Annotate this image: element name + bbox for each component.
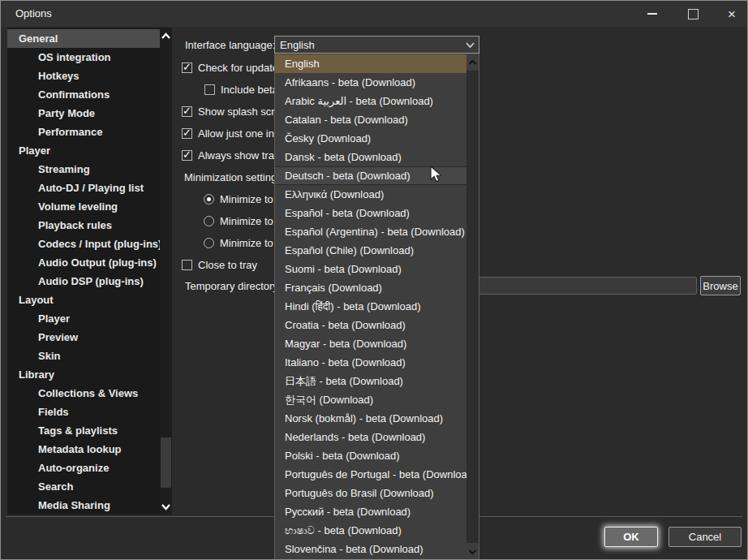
sidebar-item[interactable]: Search [7,477,160,496]
interface-language-combobox[interactable]: English [274,36,479,54]
sidebar-item[interactable]: OS integration [7,48,160,67]
sidebar-item[interactable]: Library [7,365,160,384]
chevron-down-icon[interactable] [462,38,477,51]
sidebar-item[interactable]: Tags & playlists [7,421,160,440]
titlebar: Options × [1,1,747,27]
scroll-up-icon[interactable] [160,28,172,44]
sidebar-item[interactable]: Party Mode [7,104,160,123]
mouse-cursor-icon [430,166,443,186]
language-option[interactable]: Česky (Download) [275,129,466,148]
option-label: Minimization settings [184,171,282,183]
language-option[interactable]: Suomi - beta (Download) [275,260,466,278]
minimize-button[interactable] [638,1,666,27]
language-option[interactable]: Magyar - beta (Download) [275,334,466,353]
sidebar-item[interactable]: Hotkeys [7,67,160,85]
language-option[interactable]: Português de Portugal - beta (Download) [275,465,466,484]
sidebar-item[interactable]: Layout [7,291,160,309]
sidebar-scrollbar[interactable] [160,28,172,515]
language-dropdown-list: EnglishAfrikaans - beta (Download)Arabic… [274,54,479,560]
sidebar-item[interactable]: Audio Output (plug-ins) [7,253,160,272]
language-option[interactable]: Afrikaans - beta (Download) [275,73,466,92]
sidebar-item[interactable]: General [7,29,160,48]
sidebar-item[interactable]: Codecs / Input (plug-ins) [7,235,160,253]
sidebar-item[interactable]: Fields [7,403,160,421]
checkbox-icon[interactable] [182,150,192,161]
option-label: Always show tray [198,149,279,162]
language-option[interactable]: Italiano - beta (Download) [275,353,466,372]
language-option[interactable]: Español (Argentina) - beta (Download) [275,222,466,241]
close-button[interactable]: × [718,1,746,27]
sidebar-item[interactable]: Preview [7,328,160,347]
maximize-icon [688,9,699,19]
close-icon: × [728,7,736,21]
dropdown-scroll-down-icon[interactable] [466,543,479,560]
language-option[interactable]: Español (Chile) (Download) [275,241,466,260]
checkbox-icon[interactable] [182,62,192,73]
ok-button[interactable]: OK [604,527,658,547]
sidebar-item[interactable]: Playback rules [7,216,160,235]
language-option[interactable]: 한국어 (Download) [275,390,466,409]
minimize-icon [647,13,657,15]
checkbox-icon[interactable] [182,128,192,139]
options-dialog: Options × GeneralOS integrationHotkeysCo… [0,0,748,560]
option-label: Include beta [221,84,278,96]
sidebar-item[interactable]: Confirmations [7,85,160,104]
options-category-tree: GeneralOS integrationHotkeysConfirmation… [7,28,172,515]
option-label: Close to tray [198,259,257,271]
checkbox-icon[interactable] [182,260,192,270]
sidebar-item[interactable]: Skin [7,347,160,365]
combobox-value: English [275,39,315,51]
language-option[interactable]: Español - beta (Download) [275,204,466,222]
sidebar-item[interactable]: Media Sharing [7,496,160,515]
window-title: Options [15,1,52,27]
temporary-directory-label: Temporary directory: [185,277,281,295]
language-option[interactable]: Hindi (हिंदी) - beta (Download) [275,297,466,316]
sidebar-item[interactable]: Audio DSP (plug-ins) [7,272,160,291]
sidebar-item[interactable]: Performance [7,123,160,141]
sidebar-item[interactable]: Player [7,141,160,160]
sidebar-item[interactable]: Auto-DJ / Playing list [7,179,160,197]
scroll-down-icon[interactable] [160,498,172,515]
sidebar-item[interactable]: Collections & Views [7,384,160,403]
language-option[interactable]: 日本語 - beta (Download) [275,372,466,390]
language-option[interactable]: Nederlands - beta (Download) [275,428,466,446]
language-option[interactable]: Arabic العربية - beta (Download) [275,92,466,110]
language-option[interactable]: Português do Brasil (Download) [275,484,466,502]
language-option[interactable]: Ελληνικά (Download) [275,185,466,204]
dropdown-scroll-up-icon[interactable] [466,54,479,71]
sidebar-item[interactable]: Volume leveling [7,197,160,216]
browse-button[interactable]: Browse [700,276,741,295]
option-label: Check for updates [198,62,284,74]
language-option[interactable]: English [275,54,466,73]
language-option[interactable]: Norsk (bokmål) - beta (Download) [275,409,466,428]
sidebar-item[interactable]: Streaming [7,160,160,179]
option-label: Show splash scre [198,106,281,118]
dropdown-scrollbar[interactable] [466,54,479,560]
checkbox-icon[interactable] [182,106,192,117]
sidebar-scroll-thumb[interactable] [161,437,171,488]
radio-icon[interactable] [204,194,214,205]
language-option[interactable]: භාෂාව - beta (Download) [275,521,466,540]
maximize-button[interactable] [679,1,707,27]
checkbox-icon[interactable] [204,84,215,95]
sidebar-item[interactable]: Metadata lookup [7,440,160,459]
option-label: Allow just one inst [198,127,282,140]
language-option[interactable]: Catalan - beta (Download) [275,110,466,129]
language-option[interactable]: Dansk - beta (Download) [275,148,466,166]
radio-icon[interactable] [204,216,214,226]
language-option[interactable]: Slovenčina - beta (Download) [275,540,466,558]
language-option[interactable]: Croatia - beta (Download) [275,316,466,334]
language-option[interactable]: Français (Download) [275,278,466,297]
sidebar-item[interactable]: Player [7,309,160,328]
interface-language-label: Interface language: [185,37,275,54]
language-option[interactable]: Русский - beta (Download) [275,502,466,521]
cancel-button[interactable]: Cancel [668,527,742,547]
language-option[interactable]: Polski - beta (Download) [275,446,466,465]
sidebar-item[interactable]: Auto-organize [7,459,160,477]
radio-icon[interactable] [204,238,214,248]
